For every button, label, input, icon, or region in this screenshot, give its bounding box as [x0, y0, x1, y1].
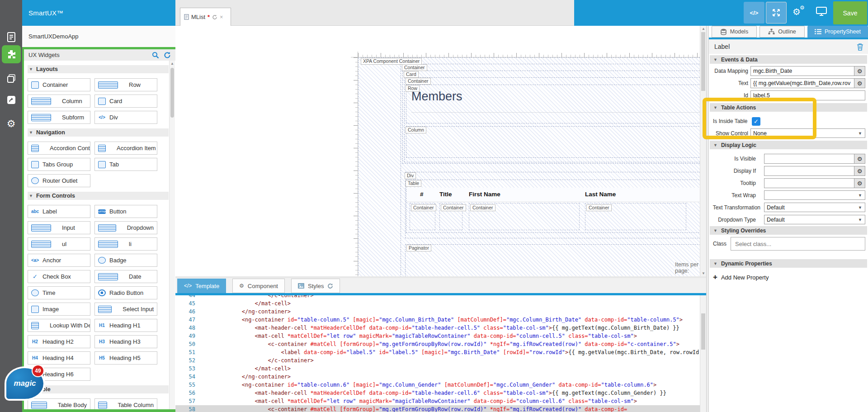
widget-item-input[interactable]: Input	[28, 221, 90, 234]
widget-item-div[interactable]: </>Div	[94, 111, 157, 124]
widget-section-header[interactable]: ▼Table	[28, 385, 169, 393]
chip-cell-container[interactable]: Container	[411, 204, 436, 211]
widget-item-subform[interactable]: Subform	[28, 111, 90, 124]
section-display-logic[interactable]: ▼Display Logic	[710, 141, 867, 149]
section-dynamic-properties[interactable]: ▼Dynamic Properties	[710, 259, 867, 268]
chip-xpa-container[interactable]: XPA Component Container	[361, 58, 422, 65]
widget-item-heading-h4[interactable]: H4Heading H4	[28, 351, 90, 365]
table-cell-container[interactable]: Container	[585, 203, 686, 230]
template-code-editor[interactable]: 44 </c-container>45 </mat-cell>46 </ng-c…	[175, 295, 700, 412]
preview-monitor-icon[interactable]	[816, 6, 827, 16]
tab-models[interactable]: Models	[712, 26, 757, 38]
services-gears-icon[interactable]: ⚙⚙	[793, 6, 801, 17]
class-select-input[interactable]	[731, 237, 865, 251]
widget-item-accordion-item[interactable]: Accordion Item	[94, 142, 157, 155]
widget-item-anchor[interactable]: <a>Anchor	[28, 254, 90, 267]
widget-item-image[interactable]: Image	[28, 303, 90, 316]
widget-item-radio-button[interactable]: Radio Button	[94, 286, 157, 299]
widget-item-table-body[interactable]: Table Body	[28, 398, 90, 409]
display-if-gear-button[interactable]: ⚙	[854, 166, 865, 176]
widget-item-select-input[interactable]: Select Input	[94, 303, 157, 316]
widget-item-tab[interactable]: Tab	[94, 158, 157, 171]
settings-rail-button[interactable]: ⚙	[0, 114, 22, 133]
text-expression-input[interactable]	[750, 78, 854, 88]
widget-item-tabs-group[interactable]: Tabs Group	[28, 158, 90, 171]
widget-item-table-column[interactable]: Table Column	[94, 398, 157, 409]
table-cell-container[interactable]: Container	[469, 203, 580, 230]
document-tab-mlist[interactable]: MList * ×	[180, 8, 231, 26]
widget-item-card[interactable]: Card	[94, 95, 157, 108]
widget-item-column[interactable]: Column	[28, 95, 90, 108]
expand-layout-button[interactable]	[766, 2, 787, 24]
code-view-button[interactable]: </>	[744, 2, 764, 24]
is-visible-input[interactable]	[764, 154, 854, 164]
add-new-property-button[interactable]: + Add New Property	[713, 273, 769, 282]
widget-item-badge[interactable]: Badge	[94, 254, 157, 267]
save-button[interactable]: Save	[833, 1, 867, 24]
widget-item-row[interactable]: Row	[94, 78, 157, 91]
code-scrollbar-thumb[interactable]	[701, 313, 705, 350]
is-visible-gear-button[interactable]: ⚙	[854, 154, 865, 164]
widget-section-header[interactable]: ▼Navigation	[28, 128, 169, 137]
widget-item-heading-h2[interactable]: H2Heading H2	[28, 335, 90, 348]
text-transformation-select[interactable]: Default ▼	[764, 203, 865, 212]
widget-item-date[interactable]: Date	[94, 270, 157, 283]
tooltip-input[interactable]	[764, 178, 854, 188]
dropdown-type-select[interactable]: Default ▼	[764, 215, 865, 224]
show-control-select[interactable]: None ▼	[750, 128, 865, 138]
chip-table[interactable]: Table	[406, 180, 421, 187]
chip-div[interactable]: Div	[405, 172, 416, 179]
column-box[interactable]	[406, 126, 700, 158]
data-mapping-input[interactable]	[750, 66, 854, 76]
widgets-scrollbar[interactable]: ▲	[169, 61, 175, 409]
canvas-scrollbar-thumb[interactable]	[701, 32, 705, 91]
refresh-icon[interactable]	[164, 52, 171, 59]
table-cell-container[interactable]: Container	[439, 203, 462, 230]
widget-item-ul[interactable]: ul	[28, 237, 90, 251]
notification-badge[interactable]: 49	[32, 365, 44, 377]
id-input[interactable]	[750, 90, 865, 100]
tab-refresh-icon[interactable]	[212, 14, 217, 20]
widget-item-time[interactable]: Time	[28, 286, 90, 299]
paginator-box[interactable]	[405, 244, 700, 276]
widget-item-router-outlet[interactable]: Router Outlet	[28, 174, 90, 187]
chip-cell-container[interactable]: Container	[470, 204, 495, 211]
widget-item-heading-h3[interactable]: H3Heading H3	[94, 335, 157, 348]
widget-section-header[interactable]: ▼Layouts	[28, 65, 169, 73]
widget-item-button[interactable]: BUTTONButton	[94, 205, 157, 218]
pages-rail-button[interactable]	[0, 69, 22, 87]
tab-component[interactable]: ⚙ Component	[232, 279, 285, 293]
display-if-input[interactable]	[764, 166, 854, 176]
tab-propertysheet[interactable]: PropertySheet	[807, 26, 868, 38]
widget-item-check-box[interactable]: ✓Check Box	[28, 270, 90, 283]
widget-section-header[interactable]: ▼Form Controls	[28, 192, 169, 200]
text-gear-button[interactable]: ⚙	[854, 78, 865, 88]
widget-item-accordion-conta[interactable]: Accordion Conta...	[28, 142, 90, 155]
section-styling-overrides[interactable]: ▼Styling Overrides	[710, 226, 867, 235]
text-wrap-select[interactable]: ▼	[764, 190, 865, 200]
widgets-rail-button[interactable]	[0, 45, 22, 63]
widget-item-heading-h5[interactable]: H5Heading H5	[94, 351, 157, 365]
widget-item-dropdown[interactable]: Dropdown	[94, 221, 157, 234]
refresh-icon[interactable]	[327, 283, 333, 289]
section-table-actions[interactable]: ▼Table Actions	[710, 103, 867, 112]
data-mapping-gear-button[interactable]: ⚙	[854, 66, 865, 76]
code-scrollbar[interactable]	[700, 295, 706, 412]
chip-cell-container[interactable]: Container	[586, 204, 612, 211]
trash-icon[interactable]	[857, 43, 863, 51]
chip-container-inner[interactable]: Container	[406, 78, 431, 85]
canvas-scrollbar[interactable]: ▲ ▼	[700, 26, 706, 276]
search-icon[interactable]	[152, 52, 159, 59]
scrollbar-thumb[interactable]	[170, 68, 174, 118]
widget-item-container[interactable]: Container	[28, 78, 90, 91]
chip-card[interactable]: Card	[404, 71, 419, 78]
tab-styles[interactable]: Styles	[291, 279, 340, 293]
is-inside-table-checkbox[interactable]: ✓	[752, 117, 760, 126]
widget-item-lookup-with-de[interactable]: Lookup With De...	[28, 319, 90, 332]
widget-item-label[interactable]: abcLabel	[28, 205, 90, 218]
tooltip-gear-button[interactable]: ⚙	[854, 178, 865, 188]
widget-item-heading-h1[interactable]: H1Heading H1	[94, 319, 157, 332]
chip-cell-container[interactable]: Container	[441, 204, 466, 211]
chip-column[interactable]: Column	[406, 127, 426, 133]
widget-item-li[interactable]: li	[94, 237, 157, 251]
